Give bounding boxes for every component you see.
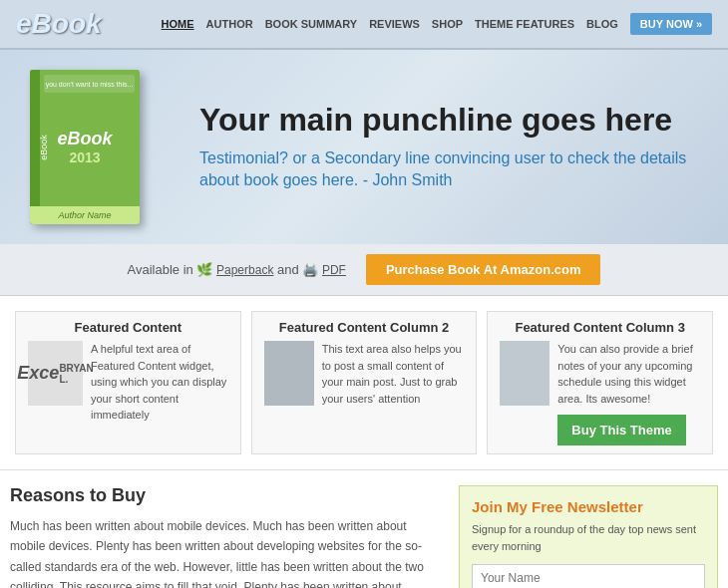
nav-shop[interactable]: SHOP (432, 18, 463, 30)
newsletter-title: Join My Free Newsletter (472, 498, 705, 515)
newsletter-name-input[interactable] (472, 564, 705, 588)
reasons-title: Reasons to Buy (10, 485, 444, 506)
featured-col-3-body: You can also provide a brief notes of yo… (557, 341, 700, 407)
featured-col-1-title: Featured Content (28, 320, 228, 335)
featured-col-2: Featured Content Column 2 This text area… (251, 311, 478, 454)
buy-now-button[interactable]: BUY NOW » (630, 13, 712, 35)
featured-col-2-body: This text area also helps you to post a … (322, 341, 465, 407)
left-column: Reasons to Buy Much has been written abo… (10, 485, 459, 588)
buy-this-theme-button[interactable]: Buy This Theme (557, 415, 685, 445)
newsletter-box: Join My Free Newsletter Signup for a rou… (459, 485, 718, 588)
logo: eBook (16, 8, 102, 40)
featured-col-2-title: Featured Content Column 2 (264, 320, 465, 335)
nav-theme-features[interactable]: THEME FEATURES (475, 18, 574, 30)
book-top-strip: you don't want to miss this... (44, 75, 135, 93)
featured-col-3-title: Featured Content Column 3 (500, 320, 700, 335)
nav-book-summary[interactable]: BOOK SUMMARY (265, 18, 357, 30)
nav-home[interactable]: HOME (162, 18, 194, 30)
newsletter-desc: Signup for a roundup of the day top news… (472, 521, 705, 554)
featured-col-1: Featured Content ExceBRYAN L. A helpful … (15, 311, 241, 454)
nav-blog[interactable]: BLOG (586, 18, 618, 30)
nav: HOME AUTHOR BOOK SUMMARY REVIEWS SHOP TH… (162, 13, 712, 35)
purchase-amazon-button[interactable]: Purchase Book At Amazon.com (366, 254, 601, 285)
featured-section: Featured Content ExceBRYAN L. A helpful … (0, 296, 728, 470)
book-spine: eBook (39, 135, 49, 160)
paperback-link[interactable]: Paperback (216, 263, 273, 277)
col1-thumb: ExceBRYAN L. (28, 341, 83, 406)
main-content: Reasons to Buy Much has been written abo… (0, 470, 728, 588)
hero-subheadline: Testimonial? or a Secondary line convinc… (199, 147, 698, 192)
featured-col-1-body: A helpful text area of Featured Content … (91, 341, 228, 424)
header: eBook HOME AUTHOR BOOK SUMMARY REVIEWS S… (0, 0, 728, 50)
available-text: Available in 🌿 Paperback and 🖨️ PDF (128, 262, 346, 277)
pdf-link[interactable]: PDF (322, 263, 346, 277)
book-title: eBook (57, 129, 112, 149)
book-top-text: you don't want to miss this... (46, 81, 134, 88)
book-image: you don't want to miss this... eBook eBo… (30, 70, 170, 224)
col3-thumb (500, 341, 549, 406)
col2-thumb (264, 341, 314, 406)
hero-headline: Your main punchline goes here (199, 103, 698, 138)
reasons-body: Much has been written about mobile devic… (10, 516, 444, 588)
featured-col-3: Featured Content Column 3 You can also p… (487, 311, 713, 454)
nav-reviews[interactable]: REVIEWS (369, 18, 420, 30)
available-bar: Available in 🌿 Paperback and 🖨️ PDF Purc… (0, 244, 728, 296)
book-year: 2013 (69, 149, 100, 165)
author-strip: Author Name (30, 206, 140, 224)
nav-author[interactable]: AUTHOR (206, 18, 253, 30)
book-cover: you don't want to miss this... eBook eBo… (30, 70, 140, 224)
hero-text: Your main punchline goes here Testimonia… (199, 103, 698, 192)
right-column: Join My Free Newsletter Signup for a rou… (459, 485, 718, 588)
hero-section: you don't want to miss this... eBook eBo… (0, 50, 728, 244)
